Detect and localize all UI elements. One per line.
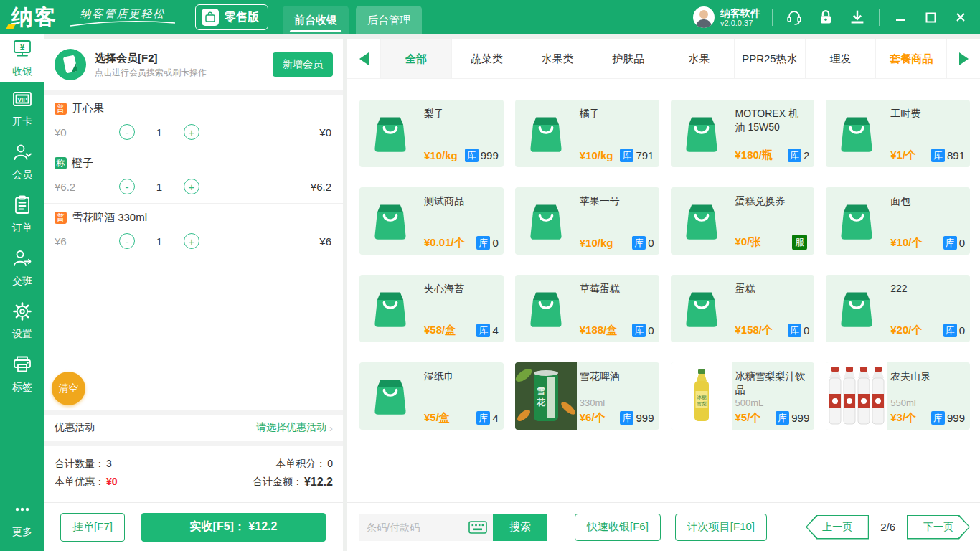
qty-plus-button[interactable]: + <box>184 179 199 194</box>
order-total-value: ¥12.2 <box>304 476 333 489</box>
category-prev-icon[interactable] <box>347 39 380 78</box>
category-tab[interactable]: 套餐商品 <box>876 39 947 78</box>
member-select-subtitle: 点击进行会员搜索或刷卡操作 <box>95 66 207 79</box>
pay-row: 挂单[F7] 实收[F5]： ¥12.2 <box>44 502 343 551</box>
product-card[interactable]: 梨子 ¥10/kg 库 999 <box>359 100 504 167</box>
product-card[interactable]: 面包 ¥10/个 库 0 <box>826 187 970 255</box>
stock-badge: 库 <box>620 411 633 425</box>
product-card[interactable]: 222 ¥20/个 库 0 <box>826 275 970 342</box>
product-card[interactable]: 草莓蛋糕 ¥188/盒 库 0 <box>515 275 659 342</box>
category-tab[interactable]: 蔬菜类 <box>452 39 523 78</box>
cart-panel: 选择会员[F2] 点击进行会员搜索或刷卡操作 新增会员 普 开心果 ¥0 - 1… <box>44 39 343 551</box>
download-icon[interactable] <box>847 7 867 27</box>
hold-order-button[interactable]: 挂单[F7] <box>60 513 125 542</box>
product-card[interactable]: 测试商品 ¥0.01/个 库 0 <box>359 187 504 255</box>
product-price: ¥10/kg <box>580 149 613 161</box>
shopping-bag-icon <box>834 111 879 156</box>
search-button[interactable]: 搜索 <box>493 514 547 541</box>
stock-count: 999 <box>481 149 499 161</box>
service-icon[interactable] <box>784 7 804 27</box>
lock-icon[interactable] <box>816 7 836 27</box>
nav-tab-inactive[interactable]: 后台管理 <box>356 6 422 34</box>
product-card[interactable]: 湿纸巾 ¥5/盒 库 4 <box>359 362 504 430</box>
quick-cash-button[interactable]: 快速收银[F6] <box>575 514 661 541</box>
retail-bag-icon <box>202 9 219 26</box>
shift-handover-icon <box>11 248 33 272</box>
qty-minus-button[interactable]: - <box>119 233 135 249</box>
stock-count: 0 <box>959 237 965 249</box>
category-tab[interactable]: 护肤品 <box>593 39 664 78</box>
clear-cart-button[interactable]: 清空 <box>52 372 85 405</box>
category-tab[interactable]: 水果类 <box>522 39 593 78</box>
checkout-button[interactable]: 实收[F5]： ¥12.2 <box>141 513 326 542</box>
category-tab[interactable]: 全部 <box>380 39 452 78</box>
qty-minus-button[interactable]: - <box>119 179 135 194</box>
sidebar-item-more[interactable]: 更多 <box>0 492 44 545</box>
promo-select-link[interactable]: 请选择优惠活动 <box>256 421 326 434</box>
qty-plus-button[interactable]: + <box>184 124 199 140</box>
sidebar-item-label: 收银 <box>12 65 32 78</box>
cart-item-price: ¥6 <box>55 235 119 248</box>
shopping-bag-icon <box>524 111 568 156</box>
product-card[interactable]: 蛋糕 ¥158/个 库 0 <box>671 275 815 342</box>
prev-page-button[interactable]: 上一页 <box>806 515 869 540</box>
cart-item-row[interactable]: 普 开心果 ¥0 - 1 + ¥0 <box>44 95 343 149</box>
item-type-badge: 称 <box>55 157 67 169</box>
user-name: 纳客软件 <box>720 7 760 19</box>
keyboard-icon[interactable] <box>468 520 487 534</box>
cart-item-qty: 1 <box>135 181 184 193</box>
promo-row: 优惠活动 请选择优惠活动 › <box>44 415 343 441</box>
qty-minus-button[interactable]: - <box>119 124 135 140</box>
product-card[interactable]: 橘子 ¥10/kg 库 791 <box>515 100 659 167</box>
stock-count: 999 <box>947 412 965 424</box>
sidebar-item-vip-card[interactable]: VIP 开卡 <box>0 82 44 135</box>
cart-item-row[interactable]: 称 橙子 ¥6.2 - 1 + ¥6.2 <box>44 149 343 204</box>
user-chip[interactable]: 纳客软件 v2.0.0.37 <box>693 6 760 28</box>
product-price: ¥0/张 <box>735 235 761 249</box>
nav-tab-active[interactable]: 前台收银 <box>283 6 349 34</box>
product-card[interactable]: 农夫山泉 550ml ¥3/个 库 999 <box>826 362 970 430</box>
sidebar-item-shift-handover[interactable]: 交班 <box>0 241 44 294</box>
stock-count: 4 <box>492 324 498 336</box>
cart-item-total: ¥6.2 <box>311 181 331 193</box>
qty-plus-button[interactable]: + <box>184 233 199 249</box>
sidebar-item-orders[interactable]: 订单 <box>0 188 44 241</box>
sidebar: ¥ 收银 VIP 开卡 会员 订单 交班 设置 标签 更多 <box>0 34 44 551</box>
category-tab[interactable]: 理发 <box>806 39 877 78</box>
close-icon[interactable] <box>951 8 970 27</box>
product-card[interactable]: MOTOREX 机油 15W50 ¥180/瓶 库 2 <box>671 100 815 167</box>
shopping-bag-icon <box>524 286 568 331</box>
sidebar-item-settings-gear[interactable]: 设置 <box>0 294 44 347</box>
shopping-bag-icon <box>359 187 421 255</box>
minimize-icon[interactable] <box>891 8 910 27</box>
category-tab[interactable]: PPR25热水 <box>735 39 806 78</box>
product-card[interactable]: 蛋糕兑换券 ¥0/张 服 <box>671 187 815 255</box>
juice-bottle-photo: 冰糖 雪梨 <box>671 362 732 430</box>
cart-item-name: 橙子 <box>72 156 93 170</box>
member-select-row[interactable]: 选择会员[F2] 点击进行会员搜索或刷卡操作 新增会员 <box>44 39 343 90</box>
cart-item-name: 雪花啤酒 330ml <box>72 211 147 225</box>
sidebar-item-member[interactable]: 会员 <box>0 135 44 188</box>
shopping-bag-icon <box>368 286 413 331</box>
product-name: 橘子 <box>580 107 654 121</box>
product-card[interactable]: 冰糖 雪梨 冰糖雪梨梨汁饮品 500mL ¥5/个 库 999 <box>671 362 815 430</box>
product-grid: 梨子 ¥10/kg 库 999 橘子 ¥10/kg 库 791 <box>347 79 980 502</box>
product-card[interactable]: 雪 花 雪花啤酒 330ml ¥6/个 库 999 <box>515 362 659 430</box>
product-card[interactable]: 工时费 ¥1/个 库 891 <box>826 100 970 167</box>
total-qty-label: 合计数量： <box>55 458 105 471</box>
barcode-search-input[interactable] <box>367 522 460 533</box>
product-card[interactable]: 夹心海苔 ¥58/盒 库 4 <box>359 275 504 342</box>
maximize-icon[interactable] <box>921 8 940 27</box>
category-tab[interactable]: 水果 <box>664 39 735 78</box>
add-member-button[interactable]: 新增会员 <box>273 52 333 77</box>
shopping-bag-icon <box>826 187 887 255</box>
category-next-icon[interactable] <box>947 39 980 78</box>
count-item-button[interactable]: 计次项目[F10] <box>675 514 767 541</box>
next-page-button[interactable]: 下一页 <box>907 515 970 540</box>
shopping-bag-icon <box>359 362 421 430</box>
product-card[interactable]: 苹果一号 ¥10/kg 库 0 <box>515 187 659 255</box>
cart-item-row[interactable]: 普 雪花啤酒 330ml ¥6 - 1 + ¥6 <box>44 204 343 258</box>
sidebar-item-cashier[interactable]: ¥ 收银 <box>0 34 44 82</box>
sidebar-item-label-printer[interactable]: 标签 <box>0 347 44 400</box>
category-bar: 全部蔬菜类水果类护肤品水果PPR25热水理发套餐商品 <box>347 39 980 79</box>
